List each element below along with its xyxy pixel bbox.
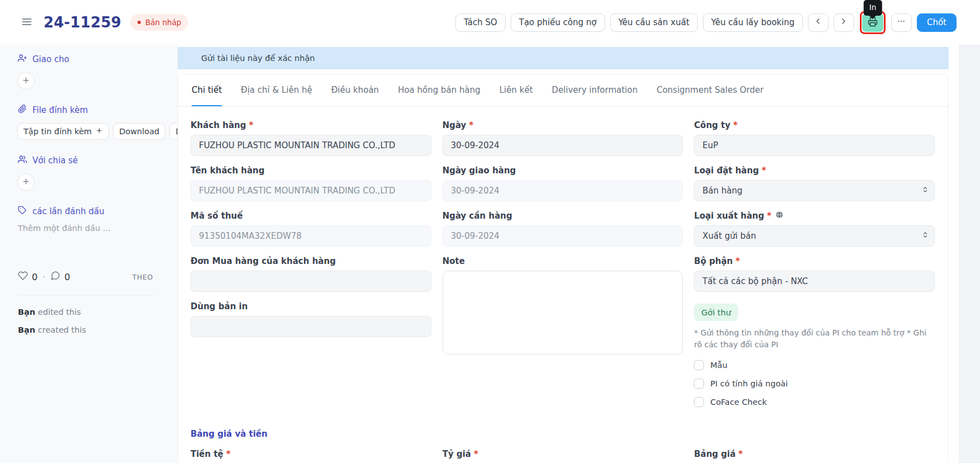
field-note: Note — [443, 256, 683, 355]
attach-file-label: Tập tin đính kèm — [23, 127, 92, 136]
add-share-button[interactable] — [17, 173, 35, 191]
reactions-row: 0 · 0 THEO — [18, 271, 178, 283]
checkbox-row-pi-gia-ngoai: PI có tính giá ngoài — [694, 379, 935, 389]
tab-delivery-information[interactable]: Delivery information — [552, 74, 638, 106]
required-marker: * — [733, 120, 738, 130]
scrollbar-track[interactable] — [959, 45, 980, 463]
ten-khach-hang-input: FUZHOU PLASTIC MOUNTAIN TRADING CO.,LTD — [191, 180, 431, 201]
attach-file-button[interactable]: Tập tin đính kèm — [17, 123, 109, 140]
submit-button[interactable]: Chốt — [917, 13, 957, 32]
follow-toggle[interactable]: THEO — [132, 273, 153, 281]
shared-section-header: Với chia sẻ — [18, 155, 178, 166]
cong-ty-input[interactable]: EuP — [694, 135, 935, 156]
prev-document-button[interactable] — [808, 13, 829, 32]
comment-icon — [50, 271, 60, 283]
tab-dieu-khoan[interactable]: Điều khoản — [331, 74, 379, 106]
field-loai-dat-hang: Loại đặt hàng* Bán hàng — [694, 166, 935, 201]
field-ma-so-thue: Mã số thuế 91350104MA32XEDW78 — [191, 211, 431, 247]
required-marker: * — [226, 449, 231, 459]
mail-help-text: * Gửi thông tin những thay đổi của PI ch… — [694, 327, 934, 351]
send-mail-button[interactable]: Gởi thư — [694, 304, 738, 321]
coface-check-checkbox[interactable] — [694, 397, 704, 407]
tab-hoa-hong-ban-hang[interactable]: Hoa hồng bán hàng — [398, 74, 481, 106]
loai-dat-hang-value: Bán hàng — [702, 186, 742, 196]
field-label: Mã số thuế — [191, 211, 242, 221]
heart-icon — [18, 271, 28, 283]
main-area: Gửi tài liệu này để xác nhận Chi tiết Đị… — [178, 45, 980, 463]
print-tooltip: In — [864, 0, 882, 16]
checkbox-label: PI có tính giá ngoài — [710, 379, 788, 388]
field-ngay-can-hang: Ngày cần hàng 30-09-2024 — [443, 211, 683, 247]
assign-section-header: Giao cho — [18, 54, 178, 65]
confirmation-banner: Gửi tài liệu này để xác nhận — [178, 47, 949, 69]
activity-action: edited this — [35, 308, 81, 316]
tags-section-header: các lần đánh dấu — [18, 206, 178, 217]
status-dot-icon — [137, 21, 141, 24]
form-column-2: Ngày* 30-09-2024 Ngày giao hàng 30-09-20… — [443, 120, 683, 364]
reactions-counts: 0 · 0 — [18, 271, 70, 283]
field-label: Bộ phận — [694, 256, 732, 266]
form-body: Khách hàng* FUZHOU PLASTIC MOUNTAIN TRAD… — [178, 107, 948, 463]
field-dung-ban-in: Dùng bản in — [191, 301, 431, 337]
field-label: Tiền tệ — [191, 449, 223, 459]
more-actions-button[interactable] — [891, 13, 912, 32]
download-button-2[interactable]: Download — [169, 123, 178, 140]
attachments-row: Tập tin đính kèm Download Download — [17, 123, 178, 140]
tab-lien-ket[interactable]: Liên kết — [499, 74, 533, 106]
plus-icon — [22, 76, 30, 86]
pi-gia-ngoai-checkbox[interactable] — [694, 379, 704, 389]
tab-chi-tiet[interactable]: Chi tiết — [192, 74, 222, 106]
mau-checkbox[interactable] — [694, 360, 704, 370]
dot-separator: · — [42, 272, 45, 282]
required-marker: * — [736, 256, 740, 266]
app: 24-11259 Bản nháp Tách SO Tạo phiếu công… — [0, 0, 980, 463]
comments-count: 0 — [64, 272, 70, 282]
field-ten-khach-hang: Tên khách hàng FUZHOU PLASTIC MOUNTAIN T… — [191, 166, 431, 201]
field-ngay-giao-hang: Ngày giao hàng 30-09-2024 — [443, 166, 683, 201]
navbar-left: 24-11259 Bản nháp — [19, 14, 188, 31]
add-tag-input[interactable]: Thêm một đánh dấu ... — [18, 224, 178, 233]
users-icon — [18, 155, 27, 166]
plus-icon — [22, 177, 30, 187]
next-document-button[interactable] — [834, 13, 854, 32]
like-button[interactable]: 0 — [18, 271, 37, 283]
create-debit-note-button[interactable]: Tạo phiếu công nợ — [511, 13, 605, 32]
add-assignment-button[interactable] — [17, 72, 35, 89]
sidebar-divider — [18, 295, 153, 295]
bo-phan-input[interactable]: Tất cả các bộ phận - NXC — [694, 271, 935, 292]
tab-consignment-sales-order[interactable]: Consignment Sales Order — [656, 74, 763, 106]
loai-dat-hang-select[interactable]: Bán hàng — [694, 180, 935, 201]
pricing-section-heading: Bảng giá và tiền — [191, 429, 935, 439]
production-request-button[interactable]: Yêu cầu sản xuất — [610, 13, 698, 32]
field-label: Bảng giá — [694, 449, 735, 459]
loai-xuat-hang-value: Xuất gửi bán — [702, 231, 756, 241]
loai-xuat-hang-select[interactable]: Xuất gửi bán — [694, 225, 935, 247]
note-textarea[interactable] — [443, 271, 683, 355]
chevron-right-icon — [839, 17, 848, 28]
activity-actor: Bạn — [18, 308, 35, 316]
ngay-input[interactable]: 30-09-2024 — [443, 135, 683, 156]
confirmation-banner-text: Gửi tài liệu này để xác nhận — [201, 54, 315, 63]
comments-button[interactable]: 0 — [50, 271, 70, 283]
required-marker: * — [474, 449, 478, 459]
don-mua-hang-input[interactable] — [191, 271, 431, 292]
activity-item-created: Bạn created this — [18, 325, 178, 334]
khach-hang-input[interactable]: FUZHOU PLASTIC MOUNTAIN TRADING CO.,LTD — [191, 135, 431, 156]
field-label: Ngày — [443, 120, 467, 130]
booking-request-button[interactable]: Yêu cầu lấy booking — [703, 13, 803, 32]
field-label: Tên khách hàng — [191, 166, 265, 176]
split-so-button[interactable]: Tách SO — [455, 13, 506, 32]
menu-button[interactable] — [19, 14, 35, 31]
field-khach-hang: Khách hàng* FUZHOU PLASTIC MOUNTAIN TRAD… — [191, 120, 431, 156]
form-column-3: Công ty* EuP Loại đặt hàng* Bán hàng — [694, 120, 935, 415]
download-button-1[interactable]: Download — [113, 123, 165, 140]
field-label: Công ty — [694, 120, 730, 130]
checkbox-row-mau: Mẫu — [694, 360, 935, 370]
field-label: Đơn Mua hàng của khách hàng — [191, 256, 336, 266]
status-badge: Bản nháp — [130, 14, 188, 31]
tab-dia-chi-lien-he[interactable]: Địa chỉ & Liên hệ — [241, 74, 312, 106]
dung-ban-in-input[interactable] — [191, 316, 431, 337]
ngay-can-hang-input[interactable]: 30-09-2024 — [443, 225, 683, 247]
field-label: Note — [443, 256, 465, 266]
globe-icon — [776, 211, 783, 221]
